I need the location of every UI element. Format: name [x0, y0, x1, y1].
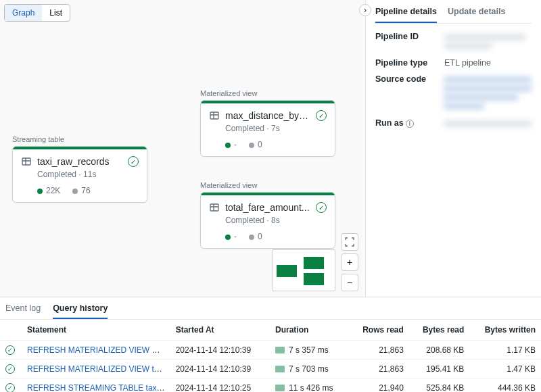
graph-canvas[interactable]: Streaming table taxi_raw_records ✓ Compl…: [0, 0, 365, 297]
col-rows-read[interactable]: Rows read: [349, 320, 409, 341]
cell-duration: 7 s 357 ms: [270, 341, 349, 360]
table-icon: [209, 202, 220, 213]
label-run-as: Run asi: [375, 118, 437, 129]
node-metrics: 22K 76: [13, 183, 147, 202]
cell-rows: 21,940: [349, 378, 409, 393]
cell-rows: 21,863: [349, 341, 409, 360]
status-success-icon: ✓: [5, 345, 15, 355]
node-status: Completed · 7s: [201, 124, 335, 137]
cell-rows: 21,863: [349, 360, 409, 378]
info-icon[interactable]: i: [406, 120, 414, 128]
node-group-label: Streaming table: [12, 135, 147, 143]
col-duration[interactable]: Duration: [270, 320, 349, 341]
zoom-in-button[interactable]: +: [341, 253, 358, 271]
statement-link[interactable]: REFRESH MATERIALIZED VIEW max_di...: [27, 345, 170, 355]
collapse-details-button[interactable]: ›: [359, 4, 371, 16]
value-pipeline-id: [444, 34, 525, 41]
minimap[interactable]: [272, 249, 335, 291]
table-row[interactable]: ✓REFRESH STREAMING TABLE taxi_raw...2024…: [0, 378, 541, 393]
status-success-icon: ✓: [128, 156, 139, 167]
node-status: Completed · 8s: [201, 216, 335, 229]
tab-query-history[interactable]: Query history: [53, 300, 108, 319]
node-metrics: - 0: [201, 137, 335, 156]
cell-bytes-read: 195.41 KB: [409, 360, 469, 378]
value-run-as: [444, 120, 532, 127]
cell-started: 2024-11-14 12:10:39: [170, 341, 270, 360]
query-history-table: Statement Started At Duration Rows read …: [0, 320, 541, 392]
statement-link[interactable]: REFRESH MATERIALIZED VIEW total_fa...: [27, 364, 170, 374]
node-metrics: - 0: [201, 229, 335, 248]
status-success-icon: ✓: [316, 110, 327, 121]
node-group-label: Materialized view: [200, 181, 335, 189]
value-source-code[interactable]: [444, 74, 532, 112]
svg-rect-0: [22, 158, 30, 165]
col-started[interactable]: Started At: [170, 320, 270, 341]
col-bytes-written[interactable]: Bytes written: [469, 320, 541, 341]
cell-bytes-read: 525.84 KB: [409, 378, 469, 393]
tab-event-log[interactable]: Event log: [5, 300, 41, 319]
table-icon: [209, 110, 220, 121]
node-max-distance[interactable]: max_distance_by_... ✓ Completed · 7s - 0: [200, 100, 335, 157]
node-taxi-raw-records[interactable]: taxi_raw_records ✓ Completed · 11s 22K 7…: [12, 146, 147, 203]
node-title: total_fare_amount...: [225, 202, 310, 213]
table-row[interactable]: ✓REFRESH MATERIALIZED VIEW max_di...2024…: [0, 341, 541, 360]
zoom-out-button[interactable]: −: [341, 274, 358, 291]
node-title: taxi_raw_records: [37, 156, 122, 167]
tab-update-details[interactable]: Update details: [448, 7, 505, 23]
svg-rect-6: [210, 204, 218, 211]
statement-link[interactable]: REFRESH STREAMING TABLE taxi_raw...: [27, 383, 170, 393]
cell-started: 2024-11-14 12:10:39: [170, 360, 270, 378]
status-success-icon: ✓: [5, 364, 15, 374]
cell-started: 2024-11-14 12:10:25: [170, 378, 270, 393]
col-bytes-read[interactable]: Bytes read: [409, 320, 469, 341]
cell-duration: 7 s 703 ms: [270, 360, 349, 378]
tab-pipeline-details[interactable]: Pipeline details: [375, 7, 437, 23]
label-source-code: Source code: [375, 74, 437, 112]
cell-bytes-written: 1.47 KB: [469, 360, 541, 378]
svg-rect-3: [210, 112, 218, 119]
fit-view-button[interactable]: [341, 233, 358, 251]
label-pipeline-type: Pipeline type: [375, 58, 438, 68]
cell-bytes-written: 444.36 KB: [469, 378, 541, 393]
cell-bytes-written: 1.17 KB: [469, 341, 541, 360]
cell-duration: 11 s 426 ms: [270, 378, 349, 393]
node-total-fare[interactable]: total_fare_amount... ✓ Completed · 8s - …: [200, 192, 335, 249]
details-panel: Pipeline details Update details Pipeline…: [365, 0, 541, 297]
node-group-label: Materialized view: [200, 89, 335, 97]
list-view-button[interactable]: List: [42, 5, 70, 21]
status-success-icon: ✓: [5, 383, 15, 392]
node-status: Completed · 11s: [13, 170, 147, 183]
graph-view-button[interactable]: Graph: [5, 5, 42, 21]
table-row[interactable]: ✓REFRESH MATERIALIZED VIEW total_fa...20…: [0, 360, 541, 378]
node-title: max_distance_by_...: [225, 110, 310, 121]
table-icon: [21, 156, 32, 167]
view-toggle: Graph List: [4, 4, 70, 22]
col-statement[interactable]: Statement: [22, 320, 170, 341]
status-success-icon: ✓: [316, 202, 327, 213]
label-pipeline-id: Pipeline ID: [375, 32, 438, 51]
cell-bytes-read: 208.68 KB: [409, 341, 469, 360]
value-pipeline-type: ETL pipeline: [444, 58, 532, 68]
